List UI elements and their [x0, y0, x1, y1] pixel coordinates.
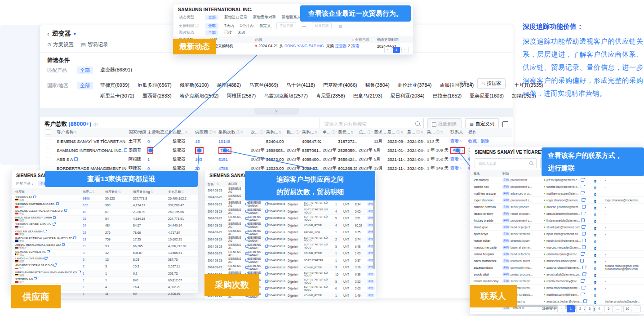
- supplier-name[interactable]: SIEMENS AG: [15, 196, 83, 199]
- exporter[interactable]: SIEMENS AG: [228, 215, 248, 222]
- importer[interactable]: SIEMENS SANAYI: [248, 243, 268, 249]
- supply-count[interactable]: 1: [83, 292, 105, 295]
- linkedin-icon[interactable]: in: [594, 227, 596, 230]
- column-header-16[interactable]: 最...ⓘ⇅: [406, 128, 426, 137]
- supply-count[interactable]: 18: [83, 238, 105, 241]
- trade-records-button[interactable]: ▤贸易记录: [81, 41, 108, 48]
- external-link-icon[interactable]: [73, 236, 76, 239]
- linkedin-icon[interactable]: in: [594, 200, 596, 203]
- page-button[interactable]: 1: [393, 47, 400, 53]
- contact-email[interactable]: motshedisi.kalane@sie...: [546, 259, 579, 263]
- external-link-icon[interactable]: [245, 231, 248, 234]
- sort-icon[interactable]: ⇅: [92, 190, 95, 194]
- supply-count[interactable]: 1: [83, 272, 105, 275]
- date-end-input[interactable]: 结束日期: [312, 22, 332, 29]
- personal-email[interactable]: roger.shannon@rocketmai...: [605, 199, 644, 202]
- sort-icon[interactable]: ⇅: [440, 130, 443, 134]
- exporter[interactable]: SIEMENS AG: [228, 236, 248, 242]
- sort-icon[interactable]: ⇅: [181, 190, 184, 194]
- page-button-...[interactable]: ...: [614, 305, 622, 312]
- sort-icon[interactable]: ⇅: [336, 130, 337, 134]
- external-link-icon[interactable]: [265, 266, 268, 269]
- sort-icon[interactable]: ⇅: [400, 130, 403, 134]
- customer-name[interactable]: SIEMENS SANAYİ VE TİCARET AN: [57, 139, 125, 144]
- exporter[interactable]: SIEMENS AG: [228, 243, 248, 249]
- external-link-icon[interactable]: [33, 196, 36, 198]
- page-button-1[interactable]: 1: [567, 305, 575, 312]
- supplier-name[interactable]: GEIS AIR SEA GMBH: [15, 230, 83, 233]
- external-link-icon[interactable]: [245, 224, 248, 227]
- view-contact-link[interactable]: 查看 ›: [452, 148, 463, 153]
- trade-scrollbar[interactable]: [373, 188, 375, 269]
- exporter[interactable]: SIEMENS AG: [228, 264, 248, 271]
- supply-count[interactable]: 11: [83, 245, 105, 248]
- column-header-18[interactable]: 联系人: [449, 128, 467, 137]
- news-filter-option[interactable]: 新增竞争对手: [253, 15, 276, 20]
- customer-name[interactable]: ABB S A: [57, 157, 73, 162]
- contact-email[interactable]: lindsey.preddy@siemen...: [546, 219, 580, 222]
- back-button[interactable]: ‹: [47, 30, 49, 37]
- prev-page-button[interactable]: ‹: [384, 47, 391, 53]
- external-link-icon[interactable]: [62, 243, 65, 246]
- supply-count[interactable]: 1: [83, 279, 105, 282]
- filter-item[interactable]: 墨西哥(2833): [142, 93, 172, 99]
- plan-settings-button[interactable]: ⊙方案设置: [47, 41, 74, 48]
- external-link-icon[interactable]: [265, 231, 268, 234]
- external-link-icon[interactable]: [265, 203, 268, 205]
- contacts-search-input[interactable]: [478, 160, 527, 169]
- external-link-icon[interactable]: [582, 266, 586, 269]
- news-filter-option[interactable]: 7天内: [224, 23, 234, 29]
- supplier-name[interactable]: SIEMENS SCHWEIZ AG: [15, 250, 83, 253]
- news-filter-option[interactable]: 已读: [224, 30, 232, 36]
- supplier-name[interactable]: LANDIS + GYR GMBH: [15, 257, 83, 260]
- importer[interactable]: SIEMENS SANAYI: [248, 250, 268, 257]
- external-link-icon[interactable]: [74, 157, 78, 161]
- contact-email[interactable]: suzana.robalo@siemens...: [546, 266, 581, 269]
- linkedin-icon[interactable]: in: [594, 281, 596, 284]
- filter-item[interactable]: 厄瓜多尔(6567): [138, 82, 172, 89]
- supply-count[interactable]: 102: [83, 204, 105, 207]
- sort-icon[interactable]: ⇅: [150, 190, 153, 194]
- checkbox[interactable]: [46, 139, 51, 144]
- search-icon[interactable]: [415, 121, 420, 126]
- supply-count[interactable]: 22: [83, 231, 105, 234]
- contact-email[interactable]: bjorn.teryd@siemens.co...: [546, 232, 581, 236]
- fullscreen-icon[interactable]: [502, 121, 508, 127]
- contact-email[interactable]: stuart.gale@siemens.com: [546, 226, 580, 229]
- supplier-name[interactable]: SIEMENS ELECTRICAL DRIVES LTD.: [15, 209, 83, 212]
- external-link-icon[interactable]: [47, 250, 49, 253]
- external-link-icon[interactable]: [53, 264, 56, 267]
- filter-item[interactable]: 巴基斯坦(4066): [323, 82, 357, 89]
- news-filter-option[interactable]: 自定义: [259, 23, 271, 29]
- column-header-11[interactable]: 单...ⓘ⇅: [321, 128, 337, 137]
- unread-count[interactable]: 1: [147, 157, 150, 162]
- supplier-count[interactable]: 103: [195, 157, 202, 162]
- linkedin-icon[interactable]: in: [594, 267, 596, 270]
- external-link-icon[interactable]: [265, 252, 268, 255]
- contact-email[interactable]: jeff.murphy@siemens.c...: [546, 178, 579, 182]
- column-header-9[interactable]: 数...ⓘ⇅: [285, 128, 301, 137]
- filter-item[interactable]: 斯里兰卡(3072): [100, 93, 134, 99]
- filter-item[interactable]: 乌干达(4118): [286, 82, 315, 89]
- contact-email[interactable]: emma.bergmar@sieme...: [546, 253, 579, 256]
- sort-icon[interactable]: ⇅: [315, 130, 317, 134]
- contact-email[interactable]: darlene.j.hoffman@siem...: [546, 205, 581, 209]
- supply-count[interactable]: 3: [83, 258, 105, 261]
- sort-icon[interactable]: ⇅: [351, 130, 353, 134]
- supply-count[interactable]: 9806: [83, 197, 105, 200]
- column-header-10[interactable]: 采购...⇅: [301, 128, 321, 137]
- external-link-icon[interactable]: [265, 259, 268, 262]
- filter-all-tag[interactable]: 全部: [77, 67, 93, 74]
- importer[interactable]: SIEMENS SANAYI: [248, 236, 268, 242]
- personal-email[interactable]: suzana.robalo@gmail.com: [605, 264, 644, 267]
- importer[interactable]: SIEMENS SANAYI: [248, 215, 268, 222]
- checkbox[interactable]: [46, 157, 51, 162]
- external-link-icon[interactable]: [581, 191, 584, 195]
- column-header-4[interactable]: 匹配...⇅: [171, 128, 194, 137]
- external-link-icon[interactable]: [582, 212, 585, 215]
- linkedin-icon[interactable]: in: [594, 301, 596, 304]
- content-segment[interactable]: DONG YANG E&P INC.: [284, 44, 325, 48]
- contact-email[interactable]: faraud.ibrahim@siemen...: [546, 212, 580, 215]
- sort-icon[interactable]: ⇅: [264, 130, 265, 134]
- checkbox[interactable]: [46, 129, 51, 135]
